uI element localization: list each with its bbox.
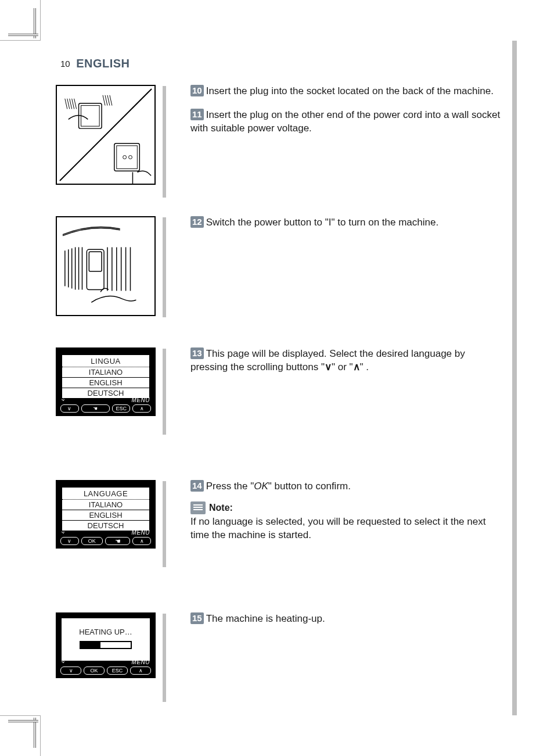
svg-line-11: [110, 95, 112, 106]
accent-bar: [163, 217, 166, 317]
step-number: 11: [190, 109, 204, 120]
page-edge: [512, 41, 517, 715]
accent-bar: [163, 614, 166, 702]
svg-line-9: [105, 95, 107, 106]
scroll-down-button: ∨: [60, 404, 79, 413]
progress-bar: [80, 641, 132, 649]
step-text-b: " button to confirm.: [268, 481, 351, 492]
esc-button: ESC: [107, 667, 128, 675]
svg-line-7: [74, 99, 77, 109]
language-heading: ENGLISH: [76, 57, 129, 70]
ok-button: OK: [84, 667, 105, 675]
accent-bar: [163, 86, 166, 198]
step-text: Insert the plug into the socket located …: [206, 85, 494, 96]
crop-mark-leftb: [8, 720, 38, 722]
figure-power-switch: [56, 216, 156, 316]
lcd-row: ITALIANO: [62, 367, 149, 378]
step-number: 10: [190, 85, 204, 96]
accent-bar: [163, 481, 166, 567]
svg-line-6: [72, 99, 74, 109]
step-text-b: " or ": [332, 361, 353, 372]
svg-point-14: [123, 156, 127, 159]
steam-icon: ༄: [62, 397, 64, 403]
lcd-row: ITALIANO: [62, 500, 149, 510]
up-arrow-icon: ∧: [353, 361, 360, 372]
step-number: 14: [190, 480, 204, 492]
ok-label: OK: [254, 481, 268, 492]
lcd-title: LANGUAGE: [62, 488, 149, 500]
svg-line-4: [67, 99, 70, 109]
step-12: 12Switch the power button to "I" to turn…: [190, 216, 502, 230]
step-number: 15: [190, 612, 204, 624]
step-text-c: " .: [360, 361, 369, 372]
hand-pointer-icon: ☚: [105, 537, 130, 545]
step-text: Switch the power button to "I" to turn o…: [206, 217, 438, 228]
step-text: The machine is heating-up.: [206, 613, 325, 624]
step-number: 13: [190, 347, 204, 359]
figure-lcd-language: LANGUAGE ITALIANO ENGLISH DEUTSCH ༄ MENU…: [56, 480, 156, 549]
steam-icon: ༄: [62, 529, 64, 536]
lcd-button-row: ∨ OK ☚ ∧: [60, 537, 151, 545]
scroll-up-button: ∧: [130, 667, 151, 675]
svg-rect-29: [89, 252, 102, 271]
figure-plug: [56, 85, 156, 185]
lcd-screen: HEATING UP…: [62, 618, 150, 661]
scroll-up-button: ∧: [132, 404, 151, 413]
lcd-title: LINGUA: [62, 355, 149, 367]
svg-line-0: [60, 89, 152, 181]
note-block: Note: If no language is selected, you wi…: [190, 501, 502, 542]
step-15: 15The machine is heating-up.: [190, 612, 502, 626]
step-10: 10Insert the plug into the socket locate…: [190, 85, 502, 98]
scroll-down-button: ∨: [60, 537, 79, 545]
steam-icon: ༄: [62, 659, 64, 665]
page-number: 10: [60, 59, 70, 69]
scroll-up-button: ∧: [132, 537, 151, 545]
lcd-menu-label: MENU: [132, 659, 150, 665]
crop-mark-left: [8, 34, 38, 36]
svg-rect-12: [114, 144, 139, 171]
svg-rect-2: [81, 106, 100, 127]
step-text: Insert the plug on the other end of the …: [190, 109, 500, 134]
lcd-menu-label: MENU: [132, 397, 150, 403]
step-number: 12: [190, 216, 204, 228]
scroll-down-button: ∨: [60, 667, 81, 675]
ok-button: OK: [81, 537, 103, 545]
lcd-button-row: ∨ OK ESC ∧: [60, 667, 151, 675]
svg-line-5: [70, 99, 72, 109]
lcd-screen: LANGUAGE ITALIANO ENGLISH DEUTSCH: [62, 487, 150, 531]
lcd-title: HEATING UP…: [62, 628, 150, 636]
note-label: Note:: [209, 503, 233, 513]
esc-button: ESC: [112, 404, 131, 413]
note-icon: [190, 501, 206, 514]
figure-lcd-heating: HEATING UP… ༄ MENU ∨ OK ESC ∧: [56, 612, 156, 678]
lcd-menu-label: MENU: [132, 529, 150, 536]
lcd-screen: LINGUA ITALIANO ENGLISH DEUTSCH: [62, 354, 150, 399]
lcd-button-row: ∨ ☚ ESC ∧: [60, 404, 151, 413]
svg-line-10: [107, 95, 110, 106]
step-11: 11Insert the plug on the other end of th…: [190, 109, 502, 135]
svg-rect-13: [117, 146, 138, 169]
step-14: 14Press the "OK" button to confirm.: [190, 480, 502, 493]
step-13: 13This page will be displayed. Select th…: [190, 347, 502, 374]
hand-pointer-icon: ☚: [81, 404, 110, 413]
down-arrow-icon: ∨: [325, 361, 332, 372]
lcd-row: ENGLISH: [62, 378, 149, 388]
figure-lcd-lingua: LINGUA ITALIANO ENGLISH DEUTSCH ༄ MENU ∨…: [56, 347, 156, 416]
accent-bar: [163, 349, 166, 435]
svg-line-3: [65, 99, 67, 109]
svg-line-8: [103, 95, 105, 106]
svg-point-15: [129, 156, 132, 159]
page-header: 10 ENGLISH: [60, 57, 130, 70]
note-body: If no language is selected, you will be …: [190, 515, 502, 542]
step-text-a: Press the ": [206, 481, 254, 492]
lcd-row: ENGLISH: [62, 510, 149, 521]
